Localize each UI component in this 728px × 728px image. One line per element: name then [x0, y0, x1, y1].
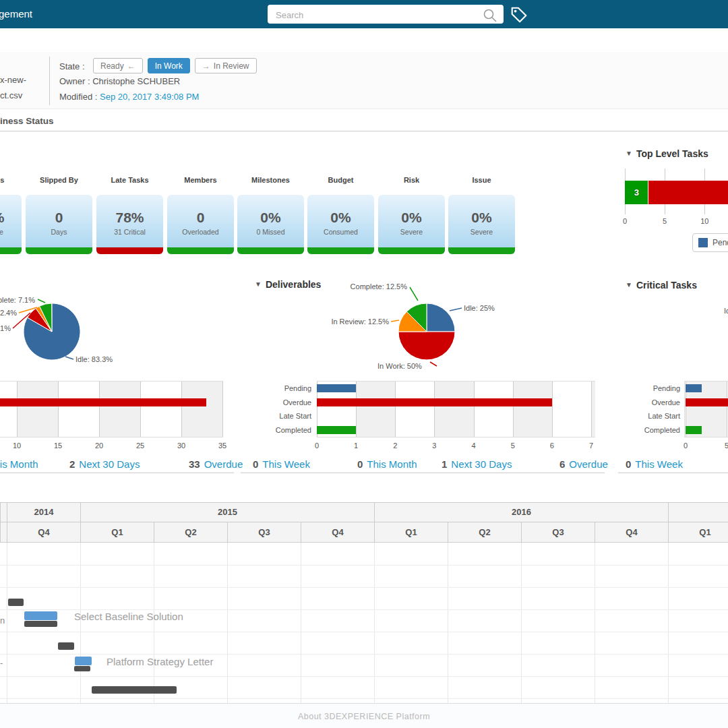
tick-label: 35 [218, 442, 226, 450]
stat-link-next-30-days[interactable]: Next 30 Days [451, 458, 512, 470]
gantt-task-bar[interactable] [92, 686, 177, 694]
tick-label: 30 [177, 442, 185, 450]
gridline [591, 382, 592, 437]
kpi-sublabel: Consumed [307, 228, 374, 236]
tick-label: 3 [432, 442, 436, 450]
gantt-grid-hline [0, 587, 728, 588]
collapse-triangle-icon[interactable]: ▼ [255, 280, 262, 288]
top-level-tasks-header[interactable]: ▼Top Level Tasks [626, 148, 708, 160]
kpi-sublabel: 0 Missed [237, 228, 304, 236]
gantt-task-bar[interactable] [24, 621, 57, 627]
gantt-task-bar[interactable] [58, 642, 74, 650]
gantt-task-label: Select Baseline Solution [74, 611, 183, 622]
gantt-quarter-cell: Q1 [374, 522, 448, 543]
search-icon[interactable] [482, 7, 498, 24]
kpi-card-progress[interactable]: 7.1%Complete [0, 195, 22, 254]
kpi-status-strip [26, 247, 92, 254]
state-button-in-review[interactable]: →In Review [195, 58, 257, 73]
kpi-card-label: Risk [378, 176, 445, 184]
stat-link-this-week[interactable]: This Week [262, 458, 310, 470]
state-button-in-work[interactable]: In Work [148, 58, 190, 73]
gridline [727, 382, 727, 437]
stat-number: 33 [189, 458, 200, 470]
kpi-sublabel: Severe [378, 228, 445, 236]
kpi-status-strip [448, 247, 515, 254]
deliverables-header[interactable]: ▼Deliverables [255, 278, 321, 291]
kpi-card-slipped-by[interactable]: 0Days [26, 195, 92, 254]
stat: 6Overdue [559, 458, 608, 471]
stat-link-overdue[interactable]: Overdue [569, 458, 608, 470]
collapse-triangle-icon[interactable]: ▼ [626, 150, 632, 157]
gantt-quarter-cell: Q1 [668, 522, 728, 543]
gantt-task-bar[interactable] [8, 599, 24, 606]
file-name-line1: x-new- [0, 75, 26, 85]
gantt-task-bar[interactable] [75, 657, 92, 665]
critical-tasks-header[interactable]: ▼Critical Tasks [626, 279, 697, 291]
stat: 0This Month [357, 458, 417, 471]
tick-label: 5 [511, 442, 515, 450]
gantt-grid-vline [668, 543, 669, 703]
pie-slice-idle [427, 303, 455, 332]
kpi-status-strip [96, 247, 163, 254]
tick-label: 5 [725, 442, 728, 450]
gantt-grid-hline [0, 609, 728, 610]
gantt-grid-hline [0, 632, 728, 632]
bar-value-label: 3 [634, 187, 639, 198]
plot-stripe [434, 382, 473, 437]
kpi-card-budget[interactable]: 0%Consumed [307, 195, 374, 254]
modified-date-link[interactable]: Sep 20, 2017 3:49:08 PM [100, 92, 199, 102]
gridline [140, 382, 141, 437]
stat-link-this-month[interactable]: This Month [0, 458, 38, 470]
stat: 2Next 30 Days [69, 458, 140, 471]
pie-label-connector [38, 299, 45, 303]
kpi-card-label: Slipped By [26, 176, 92, 184]
gantt-task-bar[interactable] [74, 666, 90, 671]
stat: 0This Month [0, 458, 38, 471]
plot-stripe [513, 382, 552, 437]
chart-legend: Pending [692, 233, 728, 252]
bar-completed [686, 426, 702, 434]
kpi-card-label: Late Tasks [96, 176, 163, 184]
stat-number: 0 [357, 458, 363, 470]
tick-label: 20 [95, 442, 103, 450]
bar-overdue [686, 398, 728, 406]
gantt-quarter-cell: Q3 [521, 522, 595, 543]
kpi-status-strip [307, 247, 374, 254]
stat-link-this-week[interactable]: This Week [635, 458, 683, 470]
pie-slice-idle [24, 303, 80, 360]
legend-label: Pending [712, 238, 728, 247]
tag-icon[interactable] [510, 6, 528, 24]
kpi-sublabel: Complete [0, 228, 22, 236]
stat: 33Overdue [189, 458, 243, 471]
gantt-task-bar[interactable] [24, 611, 57, 620]
stat: 0This Week [253, 458, 310, 471]
gantt-quarter-cell: Q4 [301, 522, 374, 543]
kpi-card-late-tasks[interactable]: 78%31 Critical [96, 195, 163, 254]
about-platform-link[interactable]: About 3DEXPERIENCE Platform [298, 712, 430, 721]
stat-link-next-30-days[interactable]: Next 30 Days [79, 458, 140, 470]
pie-label: Complete: 12.5% [351, 282, 408, 291]
gantt-quarter-cell: Q2 [154, 522, 227, 543]
kpi-sublabel: Overloaded [167, 228, 234, 236]
gridline [17, 382, 18, 437]
pie-label: Idle: 25% [464, 304, 495, 312]
search-input[interactable] [274, 5, 479, 24]
stat-link-overdue[interactable]: Overdue [204, 458, 243, 470]
tick-label: 4 [471, 442, 475, 450]
kpi-sublabel: Days [26, 228, 92, 236]
collapse-triangle-icon[interactable]: ▼ [626, 281, 632, 289]
stat-number: 0 [253, 458, 258, 470]
bar-pending [317, 384, 356, 392]
promote-arrow-icon: → [202, 61, 210, 71]
plot-stripe [356, 382, 395, 437]
kpi-card-label: Budget [307, 176, 374, 184]
bar-segment-overdue [648, 181, 728, 204]
kpi-card-milestones[interactable]: 0%0 Missed [237, 195, 304, 254]
state-button-ready[interactable]: Ready← [93, 58, 143, 73]
kpi-card-risk[interactable]: 0%Severe [378, 195, 445, 254]
stat-link-this-month[interactable]: This Month [367, 458, 417, 470]
gantt-year-cell [668, 502, 728, 522]
kpi-card-issue[interactable]: 0%Severe [448, 195, 515, 254]
tick-label: 15 [54, 442, 62, 450]
kpi-card-members[interactable]: 0Overloaded [167, 195, 234, 254]
